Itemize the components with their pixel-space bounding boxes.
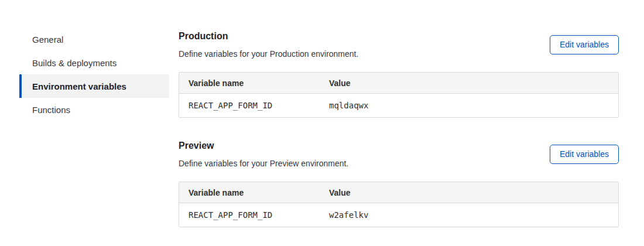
table-row: REACT_APP_FORM_ID w2afelkv [179,203,618,227]
production-section: Production Define variables for your Pro… [179,25,619,118]
preview-variables-table: Variable name Value REACT_APP_FORM_ID w2… [179,182,619,227]
production-title: Production [179,30,358,43]
sidebar-item-label: Functions [32,105,70,115]
preview-description: Define variables for your Preview enviro… [179,158,348,169]
production-edit-variables-button[interactable]: Edit variables [550,35,619,54]
sidebar-item-environment-variables[interactable]: Environment variables [19,74,169,98]
production-section-header: Production Define variables for your Pro… [179,25,619,60]
table-header-row: Variable name Value [179,182,618,203]
value-column-header: Value [320,73,618,94]
sidebar-item-general[interactable]: General [19,28,169,51]
value-column-header: Value [320,182,618,203]
sidebar-item-functions[interactable]: Functions [19,98,169,121]
variable-value-cell: mqldaqwx [320,94,618,117]
production-variables-table: Variable name Value REACT_APP_FORM_ID mq… [179,72,619,118]
preview-title: Preview [179,139,348,152]
sidebar-item-label: Environment variables [32,81,126,91]
settings-page: General Builds & deployments Environment… [0,0,644,246]
preview-header-text: Preview Define variables for your Previe… [179,139,348,169]
settings-content: Production Define variables for your Pro… [179,25,619,227]
variable-name-cell: REACT_APP_FORM_ID [179,94,320,117]
sidebar-item-label: Builds & deployments [32,58,117,68]
table-row: REACT_APP_FORM_ID mqldaqwx [179,94,618,117]
production-description: Define variables for your Production env… [179,48,358,60]
sidebar-item-builds-deployments[interactable]: Builds & deployments [19,51,169,74]
variable-name-cell: REACT_APP_FORM_ID [179,203,320,227]
sidebar-item-label: General [32,35,63,45]
production-header-text: Production Define variables for your Pro… [179,30,358,60]
settings-sidebar: General Builds & deployments Environment… [19,28,169,121]
table-header-row: Variable name Value [179,73,618,94]
variable-value-cell: w2afelkv [320,203,618,227]
variable-name-column-header: Variable name [179,73,320,94]
preview-section: Preview Define variables for your Previe… [179,135,619,227]
preview-section-header: Preview Define variables for your Previe… [179,135,619,169]
preview-edit-variables-button[interactable]: Edit variables [550,145,619,164]
variable-name-column-header: Variable name [179,182,320,203]
